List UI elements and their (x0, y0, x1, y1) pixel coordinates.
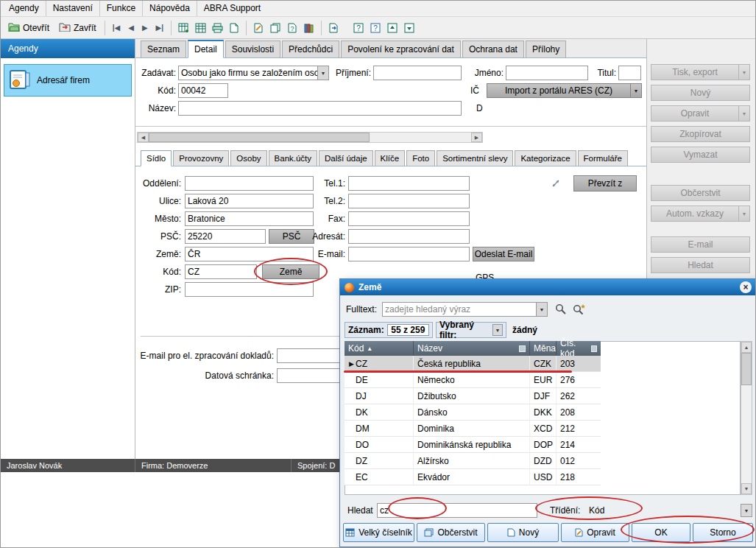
horizontal-scrollbar[interactable]: ◀ ▶ (137, 132, 483, 143)
filter-selector[interactable]: Vybraný filtr: ▼ (436, 322, 506, 338)
nav-next-button[interactable]: ▶ (138, 21, 152, 35)
dialog-novy-button[interactable]: Nový (487, 523, 559, 542)
zkopirovat-button[interactable]: Zkopírovat (651, 126, 750, 142)
fulltext-combo[interactable]: zadejte hledaný výraz ▼ (382, 302, 548, 317)
search-advanced-icon[interactable] (573, 303, 586, 317)
subtab-bank-ucty[interactable]: Bank.účty (269, 150, 318, 166)
chevron-down-icon[interactable]: ▼ (738, 106, 749, 121)
subtab-foto[interactable]: Foto (406, 150, 435, 166)
fax-input[interactable] (348, 211, 470, 226)
zadavat-combo[interactable]: Osobu jako firmu se založením osoby ▼ (178, 66, 329, 80)
tab-povoleni[interactable]: Povolení ke zpracování dat (341, 41, 461, 57)
frame-help-icon[interactable]: ? (367, 20, 384, 36)
mesto-input[interactable] (185, 211, 314, 226)
column-header-nazev[interactable]: Název (414, 341, 530, 356)
zeme-input[interactable] (185, 247, 314, 261)
nazev-input[interactable] (178, 101, 462, 116)
adresat-input[interactable] (348, 229, 470, 244)
close-icon[interactable]: × (740, 281, 752, 293)
ulice-input[interactable] (185, 194, 314, 208)
dialog-title-bar[interactable]: Země × (340, 279, 756, 295)
subtab-sidlo[interactable]: Sídlo (141, 150, 172, 166)
nav-prev-button[interactable]: ◀ (124, 21, 138, 35)
dialog-obcerstvit-button[interactable]: Občerstvit (417, 523, 485, 542)
menu-funkce[interactable]: Funkce (99, 1, 142, 16)
odeslat-email-button[interactable]: Odeslat E-mail (473, 247, 534, 261)
nav-first-button[interactable]: |◀ (109, 21, 124, 35)
frame-question-icon[interactable]: ? (350, 20, 367, 36)
table-row-dz[interactable]: DZ Alžírsko DZD 012 (345, 453, 601, 469)
zeme-kod-input[interactable] (185, 264, 257, 279)
chevron-down-icon[interactable]: ▼ (536, 303, 547, 316)
oddeleni-input[interactable] (185, 176, 314, 191)
window-up-icon[interactable] (384, 20, 400, 36)
subtab-dalsi-udaje[interactable]: Další údaje (319, 150, 373, 166)
sidebar-item-adresar-firem[interactable]: Adresář firem (4, 64, 132, 96)
tisk-export-button[interactable]: Tisk, export▼ (651, 64, 750, 80)
ok-button[interactable]: OK (632, 523, 690, 542)
tab-detail[interactable]: Detail (188, 40, 224, 58)
print-icon[interactable] (209, 20, 225, 36)
scroll-up-icon[interactable]: ▲ (741, 342, 752, 353)
table-row-do[interactable]: DO Dominikánská republika DOP 214 (345, 437, 601, 453)
dialog-opravit-button[interactable]: Opravit (561, 523, 629, 542)
subtab-kategorizace[interactable]: Kategorizace (515, 150, 576, 166)
column-options-icon[interactable] (519, 345, 526, 352)
table-add-icon[interactable] (175, 20, 191, 36)
document-question-icon[interactable]: ? (284, 20, 300, 36)
export-document-icon[interactable] (325, 20, 342, 36)
menu-agendy[interactable]: Agendy (2, 1, 46, 16)
column-header-cis-kod[interactable]: Čís. kód (557, 341, 601, 356)
scroll-right-icon[interactable]: ▶ (471, 133, 482, 142)
storno-button[interactable]: Storno (693, 523, 753, 542)
zeme-lookup-button[interactable]: Země (262, 264, 319, 279)
scrollbar-thumb[interactable] (741, 353, 752, 385)
tab-predchudci[interactable]: Předchůdci (282, 41, 339, 57)
table-row-de[interactable]: DE Německo EUR 276 (345, 372, 601, 388)
menu-nastaveni[interactable]: Nastavení (46, 1, 99, 16)
kod-input[interactable] (178, 83, 228, 98)
chevron-down-icon[interactable]: ▼ (738, 65, 749, 80)
chevron-down-icon[interactable]: ▼ (492, 324, 503, 336)
column-header-kod[interactable]: Kód▲ (345, 341, 414, 356)
nav-last-button[interactable]: ▶| (152, 21, 168, 35)
tab-souvislosti[interactable]: Souvislosti (225, 41, 280, 57)
copy-document-icon[interactable] (267, 20, 283, 36)
scroll-down-icon[interactable]: ▼ (741, 483, 752, 494)
hledat-button[interactable]: Hledat (651, 257, 750, 273)
subtab-provozovny[interactable]: Provozovny (173, 150, 229, 166)
vymazat-button[interactable]: Vymazat (651, 147, 750, 163)
table-row-dk[interactable]: DK Dánsko DKK 208 (345, 404, 601, 421)
tab-seznam[interactable]: Seznam (141, 41, 186, 57)
menu-abra-support[interactable]: ABRA Support (197, 1, 267, 16)
prevzit-z-button[interactable]: Převzít z (573, 175, 637, 192)
chevron-down-icon[interactable]: ▼ (630, 84, 641, 97)
tab-ochrana-dat[interactable]: Ochrana dat (462, 41, 524, 57)
close-button[interactable]: Zavřít (54, 20, 101, 36)
chevron-down-icon[interactable]: ▼ (738, 206, 749, 221)
edit-document-icon[interactable] (250, 20, 266, 36)
scrollbar-track[interactable] (741, 385, 752, 483)
table-row-dm[interactable]: DM Dominika XCD 212 (345, 421, 601, 437)
vertical-scrollbar[interactable]: ▲ ▼ (741, 341, 752, 495)
trideni-dropdown-icon[interactable]: ▼ (741, 504, 752, 517)
velky-ciselnik-button[interactable]: Velký číselník (343, 523, 414, 542)
new-document-icon[interactable] (226, 20, 242, 36)
novy-button[interactable]: Nový (651, 85, 750, 101)
table-row-ec[interactable]: EC Ekvádor USD 218 (345, 469, 601, 485)
zip-input[interactable] (185, 282, 314, 297)
column-options-icon[interactable] (591, 345, 597, 352)
table-icon[interactable] (192, 20, 208, 36)
hledat-input[interactable] (377, 503, 537, 518)
scrollbar-thumb[interactable] (149, 133, 370, 142)
tel1-input[interactable] (348, 176, 470, 191)
email-input[interactable] (348, 247, 470, 261)
open-button[interactable]: Otevřít (4, 20, 54, 36)
scroll-left-icon[interactable]: ◀ (138, 133, 149, 142)
psc-input[interactable] (185, 229, 266, 244)
diagonal-resize-icon[interactable] (548, 175, 564, 192)
tel2-input[interactable] (348, 194, 470, 208)
search-icon[interactable] (555, 303, 567, 317)
tab-prilohy[interactable]: Přílohy (526, 41, 566, 57)
opravit-button[interactable]: Opravit▼ (651, 105, 750, 122)
